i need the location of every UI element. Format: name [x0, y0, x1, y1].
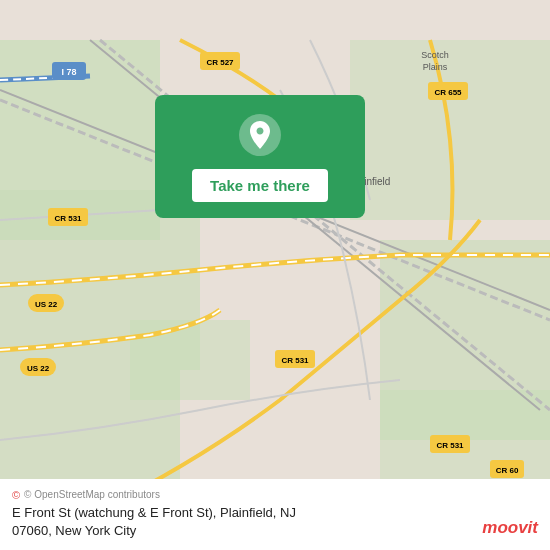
action-card: Take me there	[155, 95, 365, 218]
svg-text:US 22: US 22	[27, 364, 50, 373]
map-roads: I 78 US 22 US 22 CR 527 CR 655 CR 531 CR…	[0, 0, 550, 550]
svg-text:I 78: I 78	[61, 67, 76, 77]
osm-credit: © © OpenStreetMap contributors	[12, 489, 538, 501]
svg-text:CR 527: CR 527	[206, 58, 234, 67]
svg-text:US 22: US 22	[35, 300, 58, 309]
bottom-bar: © © OpenStreetMap contributors E Front S…	[0, 479, 550, 550]
svg-text:Plains: Plains	[423, 62, 448, 72]
svg-text:CR 531: CR 531	[54, 214, 82, 223]
location-pin-icon	[238, 113, 282, 157]
address-text-1: E Front St (watchung & E Front St), Plai…	[12, 505, 296, 520]
moovit-logo: moovit	[482, 518, 538, 538]
osm-credit-text: © OpenStreetMap contributors	[24, 489, 160, 500]
svg-rect-6	[130, 320, 250, 400]
svg-text:CR 531: CR 531	[281, 356, 309, 365]
take-me-there-button[interactable]: Take me there	[192, 169, 328, 202]
address-text-2: 07060, New York City	[12, 523, 136, 538]
address-line: E Front St (watchung & E Front St), Plai…	[12, 504, 538, 540]
map-container: I 78 US 22 US 22 CR 527 CR 655 CR 531 CR…	[0, 0, 550, 550]
svg-text:Scotch: Scotch	[421, 50, 449, 60]
svg-text:CR 531: CR 531	[436, 441, 464, 450]
svg-text:CR 60: CR 60	[496, 466, 519, 475]
svg-text:CR 655: CR 655	[434, 88, 462, 97]
copyright-icon: ©	[12, 489, 20, 501]
